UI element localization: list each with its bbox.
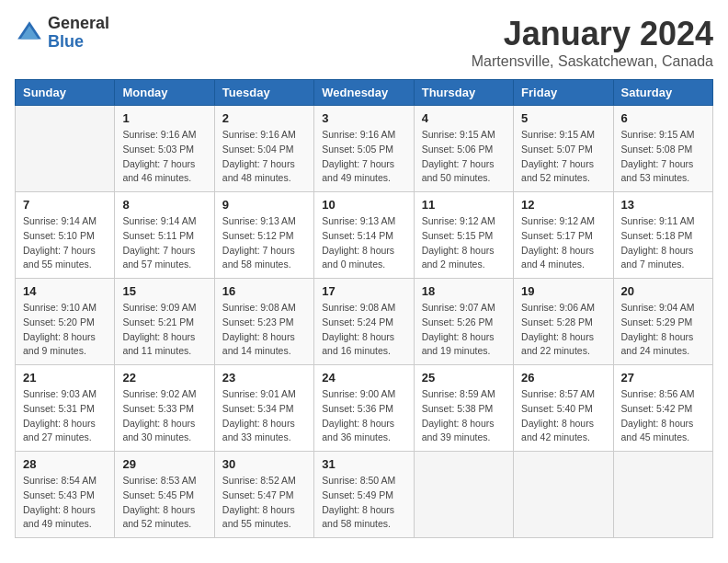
day-detail: Sunrise: 9:06 AMSunset: 5:28 PMDaylight:… <box>521 301 605 359</box>
day-detail: Sunrise: 9:12 AMSunset: 5:17 PMDaylight:… <box>521 214 605 272</box>
calendar-cell: 31Sunrise: 8:50 AMSunset: 5:49 PMDayligh… <box>314 452 414 538</box>
calendar-cell: 16Sunrise: 9:08 AMSunset: 5:23 PMDayligh… <box>214 279 313 365</box>
weekday-header-friday: Friday <box>514 80 613 106</box>
day-number: 20 <box>621 284 705 298</box>
calendar-cell: 29Sunrise: 8:53 AMSunset: 5:45 PMDayligh… <box>115 452 214 538</box>
calendar-week-row: 14Sunrise: 9:10 AMSunset: 5:20 PMDayligh… <box>16 279 713 365</box>
page-header: General Blue January 2024 Martensville, … <box>15 15 713 70</box>
calendar-cell: 18Sunrise: 9:07 AMSunset: 5:26 PMDayligh… <box>414 279 513 365</box>
calendar-cell <box>16 106 115 192</box>
day-number: 31 <box>322 457 405 471</box>
calendar-cell: 17Sunrise: 9:08 AMSunset: 5:24 PMDayligh… <box>314 279 414 365</box>
day-detail: Sunrise: 9:10 AMSunset: 5:20 PMDaylight:… <box>23 301 107 359</box>
calendar-week-row: 21Sunrise: 9:03 AMSunset: 5:31 PMDayligh… <box>16 365 713 452</box>
day-number: 22 <box>122 371 206 385</box>
day-number: 25 <box>422 371 506 385</box>
calendar-cell <box>414 452 513 538</box>
day-detail: Sunrise: 9:13 AMSunset: 5:12 PMDaylight:… <box>222 214 306 272</box>
calendar-cell: 4Sunrise: 9:15 AMSunset: 5:06 PMDaylight… <box>414 106 513 192</box>
day-number: 15 <box>122 284 206 298</box>
day-detail: Sunrise: 8:56 AMSunset: 5:42 PMDaylight:… <box>621 387 705 445</box>
calendar-cell: 23Sunrise: 9:01 AMSunset: 5:34 PMDayligh… <box>214 365 313 452</box>
calendar-cell: 8Sunrise: 9:14 AMSunset: 5:11 PMDaylight… <box>115 192 214 279</box>
calendar-table: SundayMondayTuesdayWednesdayThursdayFrid… <box>15 79 713 538</box>
day-number: 30 <box>222 457 306 471</box>
day-detail: Sunrise: 9:08 AMSunset: 5:24 PMDaylight:… <box>322 301 405 359</box>
day-number: 21 <box>23 371 107 385</box>
day-detail: Sunrise: 9:15 AMSunset: 5:08 PMDaylight:… <box>621 128 705 186</box>
day-number: 4 <box>422 111 506 125</box>
day-number: 9 <box>222 198 306 212</box>
weekday-header-thursday: Thursday <box>414 80 513 106</box>
day-detail: Sunrise: 8:57 AMSunset: 5:40 PMDaylight:… <box>521 387 605 445</box>
day-detail: Sunrise: 9:00 AMSunset: 5:36 PMDaylight:… <box>322 387 405 445</box>
calendar-cell: 30Sunrise: 8:52 AMSunset: 5:47 PMDayligh… <box>214 452 313 538</box>
calendar-cell: 20Sunrise: 9:04 AMSunset: 5:29 PMDayligh… <box>613 279 712 365</box>
day-number: 18 <box>422 284 506 298</box>
day-detail: Sunrise: 9:16 AMSunset: 5:04 PMDaylight:… <box>222 128 306 186</box>
calendar-cell: 6Sunrise: 9:15 AMSunset: 5:08 PMDaylight… <box>613 106 712 192</box>
calendar-cell: 22Sunrise: 9:02 AMSunset: 5:33 PMDayligh… <box>115 365 214 452</box>
day-detail: Sunrise: 9:07 AMSunset: 5:26 PMDaylight:… <box>422 301 506 359</box>
day-detail: Sunrise: 9:14 AMSunset: 5:10 PMDaylight:… <box>23 214 107 272</box>
day-number: 23 <box>222 371 306 385</box>
day-number: 28 <box>23 457 107 471</box>
logo-general: General <box>48 15 109 33</box>
day-detail: Sunrise: 8:50 AMSunset: 5:49 PMDaylight:… <box>322 474 405 532</box>
calendar-cell <box>613 452 712 538</box>
title-block: January 2024 Martensville, Saskatchewan,… <box>472 15 713 70</box>
day-number: 16 <box>222 284 306 298</box>
day-number: 24 <box>322 371 405 385</box>
day-number: 1 <box>122 111 206 125</box>
day-detail: Sunrise: 9:01 AMSunset: 5:34 PMDaylight:… <box>222 387 306 445</box>
day-detail: Sunrise: 9:08 AMSunset: 5:23 PMDaylight:… <box>222 301 306 359</box>
day-detail: Sunrise: 9:15 AMSunset: 5:07 PMDaylight:… <box>521 128 605 186</box>
day-detail: Sunrise: 9:09 AMSunset: 5:21 PMDaylight:… <box>122 301 206 359</box>
calendar-title: January 2024 <box>472 15 713 53</box>
day-number: 11 <box>422 198 506 212</box>
day-number: 7 <box>23 198 107 212</box>
day-detail: Sunrise: 8:53 AMSunset: 5:45 PMDaylight:… <box>122 474 206 532</box>
day-number: 10 <box>322 198 405 212</box>
weekday-header-sunday: Sunday <box>16 80 115 106</box>
day-number: 12 <box>521 198 605 212</box>
day-detail: Sunrise: 8:54 AMSunset: 5:43 PMDaylight:… <box>23 474 107 532</box>
day-number: 14 <box>23 284 107 298</box>
calendar-cell: 14Sunrise: 9:10 AMSunset: 5:20 PMDayligh… <box>16 279 115 365</box>
calendar-cell: 26Sunrise: 8:57 AMSunset: 5:40 PMDayligh… <box>514 365 613 452</box>
calendar-cell: 11Sunrise: 9:12 AMSunset: 5:15 PMDayligh… <box>414 192 513 279</box>
day-number: 26 <box>521 371 605 385</box>
day-detail: Sunrise: 9:12 AMSunset: 5:15 PMDaylight:… <box>422 214 506 272</box>
logo: General Blue <box>15 15 109 52</box>
calendar-cell: 24Sunrise: 9:00 AMSunset: 5:36 PMDayligh… <box>314 365 414 452</box>
day-number: 5 <box>521 111 605 125</box>
day-detail: Sunrise: 9:02 AMSunset: 5:33 PMDaylight:… <box>122 387 206 445</box>
day-number: 19 <box>521 284 605 298</box>
calendar-cell: 2Sunrise: 9:16 AMSunset: 5:04 PMDaylight… <box>214 106 313 192</box>
calendar-subtitle: Martensville, Saskatchewan, Canada <box>472 53 713 70</box>
calendar-cell: 7Sunrise: 9:14 AMSunset: 5:10 PMDaylight… <box>16 192 115 279</box>
day-detail: Sunrise: 8:59 AMSunset: 5:38 PMDaylight:… <box>422 387 506 445</box>
logo-blue: Blue <box>48 33 109 52</box>
day-detail: Sunrise: 9:03 AMSunset: 5:31 PMDaylight:… <box>23 387 107 445</box>
day-detail: Sunrise: 9:16 AMSunset: 5:03 PMDaylight:… <box>122 128 206 186</box>
weekday-header-row: SundayMondayTuesdayWednesdayThursdayFrid… <box>16 80 713 106</box>
calendar-cell: 12Sunrise: 9:12 AMSunset: 5:17 PMDayligh… <box>514 192 613 279</box>
day-number: 2 <box>222 111 306 125</box>
day-number: 6 <box>621 111 705 125</box>
calendar-cell: 19Sunrise: 9:06 AMSunset: 5:28 PMDayligh… <box>514 279 613 365</box>
day-number: 27 <box>621 371 705 385</box>
weekday-header-wednesday: Wednesday <box>314 80 414 106</box>
day-detail: Sunrise: 9:14 AMSunset: 5:11 PMDaylight:… <box>122 214 206 272</box>
weekday-header-tuesday: Tuesday <box>214 80 313 106</box>
calendar-cell <box>514 452 613 538</box>
calendar-cell: 13Sunrise: 9:11 AMSunset: 5:18 PMDayligh… <box>613 192 712 279</box>
calendar-week-row: 7Sunrise: 9:14 AMSunset: 5:10 PMDaylight… <box>16 192 713 279</box>
calendar-header: SundayMondayTuesdayWednesdayThursdayFrid… <box>16 80 713 106</box>
calendar-body: 1Sunrise: 9:16 AMSunset: 5:03 PMDaylight… <box>16 106 713 538</box>
day-number: 13 <box>621 198 705 212</box>
day-number: 17 <box>322 284 405 298</box>
calendar-cell: 9Sunrise: 9:13 AMSunset: 5:12 PMDaylight… <box>214 192 313 279</box>
calendar-cell: 15Sunrise: 9:09 AMSunset: 5:21 PMDayligh… <box>115 279 214 365</box>
weekday-header-saturday: Saturday <box>613 80 712 106</box>
